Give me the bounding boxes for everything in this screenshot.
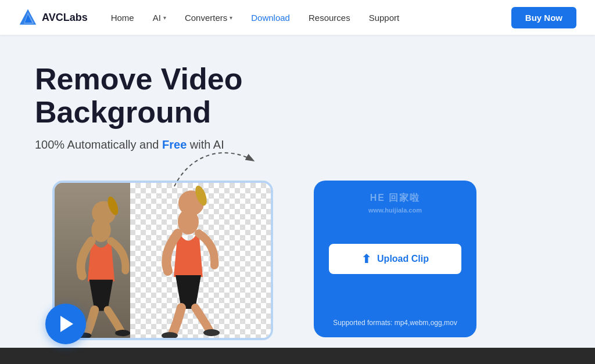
video-card-wrapper <box>52 181 273 340</box>
nav-home[interactable]: Home <box>111 13 134 23</box>
play-button[interactable] <box>45 304 86 344</box>
navbar: AVCLabs Home AI ▾ Converters ▾ Download … <box>0 0 595 35</box>
footer-bar <box>0 348 595 364</box>
nav-support[interactable]: Support <box>369 13 400 23</box>
logo-link[interactable]: AVCLabs <box>19 8 88 27</box>
upload-card: HE 回家啦 www.huijiala.com ⬆ Upload Clip Su… <box>314 181 476 337</box>
buy-now-button[interactable]: Buy Now <box>511 7 576 28</box>
ai-chevron-icon: ▾ <box>163 15 166 21</box>
demo-container: HE 回家啦 www.huijiala.com ⬆ Upload Clip Su… <box>35 175 560 355</box>
svg-point-12 <box>203 329 220 336</box>
nav-links: Home AI ▾ Converters ▾ Download Resource… <box>111 13 511 23</box>
hero-section: Remove Video Background 100% Automatical… <box>0 35 595 364</box>
converters-chevron-icon: ▾ <box>230 15 232 21</box>
nav-download[interactable]: Download <box>251 13 290 23</box>
nav-resources[interactable]: Resources <box>309 13 350 23</box>
logo-icon <box>19 8 37 27</box>
nav-ai[interactable]: AI ▾ <box>153 13 166 23</box>
hero-subtitle: 100% Automatically and Free with AI <box>35 138 560 152</box>
nav-converters[interactable]: Converters ▾ <box>185 13 232 23</box>
svg-point-7 <box>115 330 130 336</box>
video-preview <box>35 175 279 355</box>
logo-text: AVCLabs <box>42 12 88 24</box>
upload-clip-button[interactable]: ⬆ Upload Clip <box>328 243 463 275</box>
watermark: HE 回家啦 www.huijiala.com <box>314 192 476 214</box>
dashed-arrow-icon <box>169 140 261 198</box>
upload-icon: ⬆ <box>361 252 371 266</box>
hero-title: Remove Video Background <box>35 63 383 129</box>
supported-formats: Supported formats: mp4,webm,ogg,mov <box>333 319 457 327</box>
